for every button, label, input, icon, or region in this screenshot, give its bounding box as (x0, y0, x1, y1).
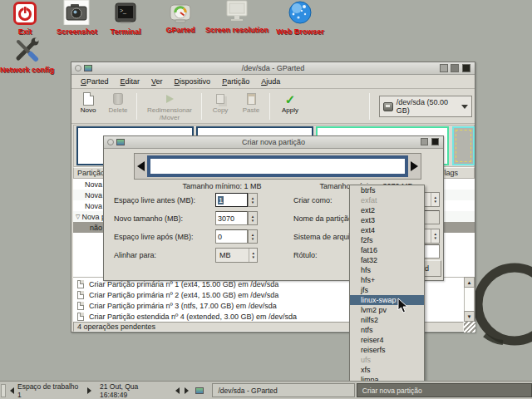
apply-button-label: Apply (274, 106, 306, 114)
tasklist-next-icon[interactable] (185, 387, 189, 394)
toolbar-separator (136, 93, 137, 120)
workspace-label[interactable]: Espaço de trabalho 1 (17, 382, 84, 399)
fs-option-xfs[interactable]: xfs (350, 365, 424, 375)
workspace-next-icon[interactable] (87, 387, 91, 394)
menubar: GParted Editar Ver Dispositivo Partição … (71, 75, 475, 89)
desktop-icon-label: Web Browser (273, 27, 328, 36)
workspace-prev-icon[interactable] (10, 387, 14, 394)
disk-gauge-icon (169, 3, 192, 23)
free-space-before-value: 1 (218, 196, 224, 204)
resize-left-handle-icon[interactable] (137, 161, 145, 171)
fs-option-hfs-plus[interactable]: hfs+ (350, 275, 424, 285)
power-icon (13, 2, 37, 25)
window-list-icon[interactable] (195, 387, 204, 394)
free-space-after-input[interactable]: 0 (215, 229, 248, 244)
close-button[interactable] (462, 64, 470, 72)
desktop-icon-exit[interactable]: Exit (7, 2, 43, 36)
gparted-titlebar[interactable]: /dev/sda - GParted (71, 62, 475, 75)
operation-text: Criar Partição estendida nº 4 (extended,… (89, 313, 297, 321)
menu-gparted[interactable]: GParted (75, 76, 115, 87)
spin-down-icon: ▾ (252, 200, 254, 204)
fs-option-exfat: exfat (350, 195, 424, 205)
free-space-before-spinner[interactable]: ▴ ▾ (248, 193, 258, 207)
align-to-combo[interactable]: MB ▴▾ (215, 248, 258, 263)
fs-option-ext2[interactable]: ext2 (350, 205, 424, 215)
taskbar-handle[interactable] (1, 384, 6, 397)
desktop-icon-terminal[interactable]: >_ Terminal (106, 2, 145, 36)
tasklist-prev-icon[interactable] (175, 387, 180, 394)
scroll-up-button[interactable]: ▲ (464, 277, 475, 288)
fs-option-btrfs[interactable]: btrfs (350, 185, 424, 195)
fs-option-jfs[interactable]: jfs (350, 285, 424, 295)
spin-down-icon: ▾ (252, 237, 254, 241)
fs-option-nilfs2[interactable]: nilfs2 (350, 315, 424, 325)
scroll-up-icon: ▲ (467, 280, 472, 285)
maximize-button[interactable] (421, 138, 428, 145)
resize-label-line2: /Mover (141, 114, 198, 121)
desktop-icon-screen-resolution[interactable]: Screen resolution (202, 0, 272, 34)
new-button[interactable]: Novo (75, 91, 101, 121)
pending-operations-status: 4 operações pendentes (77, 323, 155, 331)
fs-option-fat32[interactable]: fat32 (350, 255, 424, 265)
resize-move-button[interactable]: Redimensionar /Mover (141, 91, 198, 121)
maximize-button[interactable] (451, 64, 459, 72)
scroll-down-button[interactable]: ▼ (464, 311, 475, 322)
fs-option-ntfs[interactable]: ntfs (350, 325, 424, 335)
task-button-label: Criar nova partição (362, 387, 422, 395)
free-space-after-label: Espaço livre após (MB): (114, 233, 194, 241)
menu-particao[interactable]: Partição (216, 76, 255, 87)
create-as-label: Criar como: (293, 196, 332, 204)
dialog-titlebar[interactable]: Criar nova partição (104, 136, 443, 149)
combo-arrows-icon: ▴▾ (431, 229, 439, 243)
fs-option-reiser4[interactable]: reiser4 (350, 335, 424, 345)
free-space-before-input[interactable]: 1 (215, 193, 248, 207)
desktop-icon-label: Screenshot (57, 27, 96, 36)
label-label: Rótulo: (293, 251, 318, 259)
desktop-icon-gparted[interactable]: GParted (160, 3, 201, 34)
operation-text: Criar Partição primária nº 2 (ext4, 15.0… (89, 291, 278, 299)
fs-option-reiserfs[interactable]: reiserfs (350, 345, 424, 355)
fs-option-f2fs[interactable]: f2fs (350, 235, 424, 245)
new-size-input[interactable]: 3070 (215, 211, 248, 225)
desktop-icon-label: GParted (160, 26, 201, 34)
new-size-spinner[interactable]: ▴ ▾ (248, 211, 258, 225)
apply-button[interactable]: ✓ Apply (274, 91, 306, 121)
paste-button[interactable]: Paste (236, 91, 266, 121)
task-button-gparted[interactable]: /dev/sda - GParted (212, 383, 354, 397)
monitor-icon (224, 0, 249, 23)
partition-name-label: Nome da partição: (293, 214, 355, 223)
fs-option-ext4[interactable]: ext4 (350, 225, 424, 235)
menu-ver[interactable]: Ver (145, 76, 169, 87)
partition-resize-widget[interactable] (134, 153, 421, 180)
window-title: /dev/sda - GParted (71, 64, 475, 72)
toolbar-separator (269, 93, 270, 120)
resize-grip[interactable] (464, 322, 475, 332)
free-space-after-spinner[interactable]: ▴ ▾ (248, 229, 258, 244)
task-button-create-partition[interactable]: Criar nova partição (357, 383, 532, 397)
fs-option-fat16[interactable]: fat16 (350, 245, 424, 255)
menu-editar[interactable]: Editar (115, 76, 146, 87)
fs-option-lvm2-pv[interactable]: lvm2 pv (350, 305, 424, 315)
paste-icon (247, 93, 256, 105)
toolbar-separator (201, 93, 202, 120)
desktop-icon-web-browser[interactable]: Web Browser (273, 0, 328, 36)
new-partition-area[interactable] (147, 155, 408, 177)
device-selector[interactable]: /dev/sda (50.00 GB) (379, 96, 472, 117)
copy-button[interactable]: Copy (206, 91, 234, 121)
resize-right-handle-icon[interactable] (411, 161, 418, 171)
taskbar: Espaço de trabalho 1 21 Out, Qua 16:48:4… (0, 381, 532, 399)
device-selector-value: /dev/sda (50.00 GB) (397, 98, 456, 115)
desktop-icon-screenshot[interactable]: Screenshot (57, 0, 96, 36)
desktop-icon-network-config[interactable]: Network config (0, 37, 53, 74)
fs-option-ext3[interactable]: ext3 (350, 215, 424, 225)
expander-icon[interactable]: ▽ (76, 214, 80, 220)
close-button[interactable] (431, 138, 439, 145)
fs-option-linux-swap[interactable]: linux-swap (350, 295, 424, 305)
partition-4-extended-selected[interactable] (452, 126, 475, 165)
delete-button[interactable]: Delete (103, 91, 133, 121)
menu-ajuda[interactable]: Ajuda (255, 76, 286, 87)
copy-icon (216, 94, 224, 104)
menu-dispositivo[interactable]: Dispositivo (169, 76, 217, 87)
fs-option-hfs[interactable]: hfs (350, 265, 424, 275)
minimize-button[interactable] (440, 64, 448, 72)
